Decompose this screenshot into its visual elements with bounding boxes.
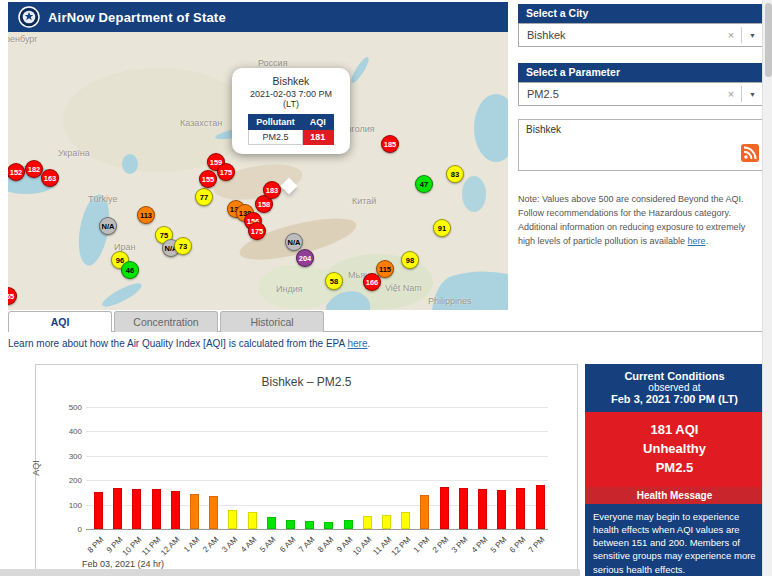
aqi-marker[interactable]: 204: [296, 249, 314, 267]
parameter-dropdown[interactable]: PM2.5 × ▼: [518, 82, 764, 106]
aqi-marker[interactable]: 98: [401, 251, 419, 269]
chart-bar[interactable]: [516, 488, 525, 529]
epa-link[interactable]: here: [347, 338, 367, 349]
aqi-chart-panel: Bishkek – PM2.5 AQI Feb 03, 2021 (24 hr)…: [35, 364, 578, 575]
aqi-marker[interactable]: 77: [195, 188, 213, 206]
y-axis-tick: 400: [50, 427, 82, 436]
aqi-map[interactable]: ОренбургКазахстанРоссияМонголияУкраїнаTü…: [8, 32, 508, 310]
chart-bar[interactable]: [440, 487, 449, 529]
aqi-level: Unhealthy: [589, 440, 760, 459]
aqi-marker[interactable]: 73: [174, 237, 192, 255]
parameter-dropdown-value: PM2.5: [527, 88, 721, 100]
map-country-label: Оренбург: [8, 34, 38, 44]
chart-bar[interactable]: [209, 496, 218, 529]
aqi-marker[interactable]: 47: [415, 175, 433, 193]
chart-bar[interactable]: [132, 489, 141, 529]
chart-gridline: [86, 431, 548, 432]
current-conditions-panel: Current Conditions observed at Feb 3, 20…: [585, 364, 764, 576]
y-axis-tick: 0: [50, 525, 82, 534]
state-department-seal-icon: [18, 6, 40, 28]
chart-gridline: [86, 480, 548, 481]
map-country-label: Việt Nam: [385, 283, 422, 293]
tab-concentration[interactable]: Concentration: [114, 311, 218, 332]
aqi-marker[interactable]: 155: [199, 170, 217, 188]
chart-bar[interactable]: [228, 510, 237, 529]
aqi-marker[interactable]: 183: [263, 181, 281, 199]
chart-bar[interactable]: [382, 515, 391, 529]
city-clear-icon[interactable]: ×: [721, 29, 741, 41]
chart-baseline: [86, 529, 548, 530]
y-axis-tick: 100: [50, 501, 82, 510]
popup-col-aqi: AQI: [302, 115, 333, 130]
chart-bar[interactable]: [113, 488, 122, 529]
chart-bar[interactable]: [324, 522, 333, 529]
chart-bar[interactable]: [497, 490, 506, 529]
aqi-value: 181 AQI: [589, 421, 760, 440]
map-country-label: Индия: [276, 284, 303, 294]
aqi-marker[interactable]: 175: [248, 222, 266, 240]
chart-bar[interactable]: [536, 485, 545, 529]
tab-aqi[interactable]: AQI: [8, 311, 112, 332]
chart-bar[interactable]: [171, 491, 180, 529]
vertical-scrollbar[interactable]: [762, 0, 772, 576]
popup-pollutant-value: PM2.5: [249, 130, 303, 145]
aqi-marker[interactable]: 163: [41, 169, 59, 187]
health-message-header: Health Message: [585, 487, 764, 504]
aqi-marker[interactable]: 185: [381, 135, 399, 153]
chart-bar[interactable]: [305, 521, 314, 529]
tab-historical[interactable]: Historical: [220, 311, 324, 332]
rss-feed-box: Bishkek: [518, 119, 764, 171]
aqi-marker[interactable]: 46: [121, 261, 139, 279]
map-country-label: Türkiye: [88, 194, 118, 204]
chart-bar[interactable]: [190, 494, 199, 529]
chart-bar[interactable]: [478, 489, 487, 529]
map-country-label: Казахстан: [180, 118, 222, 128]
parameter-clear-icon[interactable]: ×: [721, 88, 741, 100]
chart-bar[interactable]: [248, 512, 257, 529]
page-title: AirNow Department of State: [48, 10, 226, 25]
chevron-down-icon[interactable]: ▼: [742, 91, 763, 98]
aqi-marker[interactable]: 166: [363, 273, 381, 291]
chart-bar[interactable]: [420, 495, 429, 529]
chart-title: Bishkek – PM2.5: [36, 375, 577, 389]
aqi-marker[interactable]: 58: [325, 272, 343, 290]
rss-icon[interactable]: [741, 144, 759, 166]
popup-city: Bishkek: [237, 75, 345, 87]
popup-aqi-value: 181: [302, 130, 333, 145]
chart-bar[interactable]: [344, 520, 353, 529]
learn-more-suffix: .: [367, 338, 370, 349]
chart-bar[interactable]: [152, 489, 161, 529]
conditions-header: Current Conditions observed at Feb 3, 20…: [585, 364, 764, 412]
popup-col-pollutant: Pollutant: [249, 115, 303, 130]
chevron-down-icon[interactable]: ▼: [742, 32, 763, 39]
city-dropdown[interactable]: Bishkek × ▼: [518, 23, 764, 47]
map-popup[interactable]: Bishkek 2021-02-03 7:00 PM (LT) Pollutan…: [232, 68, 350, 154]
chart-bar[interactable]: [94, 492, 103, 529]
map-country-label: Китай: [352, 196, 376, 206]
health-message-text: Everyone may begin to experience health …: [585, 504, 764, 576]
aqi-marker[interactable]: 175: [217, 163, 235, 181]
aqi-marker[interactable]: N/A: [99, 217, 117, 235]
note-text: Note: Values above 500 are considered Be…: [518, 194, 745, 246]
aqi-marker[interactable]: 91: [433, 219, 451, 237]
note-here-link[interactable]: here: [688, 236, 706, 246]
learn-more-text: Learn more about how the Air Quality Ind…: [8, 338, 370, 349]
aqi-marker[interactable]: 83: [446, 165, 464, 183]
aqi-marker[interactable]: 113: [137, 206, 155, 224]
chart-bar[interactable]: [286, 520, 295, 529]
chart-y-axis-label: AQI: [31, 460, 41, 476]
popup-datetime: 2021-02-03 7:00 PM: [237, 89, 345, 99]
page-bottom-strip: [0, 569, 580, 576]
aqi-marker[interactable]: N/A: [285, 233, 303, 251]
select-parameter-header: Select a Parameter: [518, 63, 764, 82]
y-axis-tick: 500: [50, 403, 82, 412]
chart-bar[interactable]: [363, 516, 372, 529]
note-suffix: .: [706, 236, 709, 246]
scrollbar-thumb[interactable]: [765, 3, 772, 77]
rss-city-label: Bishkek: [519, 120, 763, 139]
chart-bar[interactable]: [401, 512, 410, 529]
app-header: AirNow Department of State: [8, 2, 508, 32]
conditions-title: Current Conditions: [589, 370, 760, 382]
chart-bar[interactable]: [459, 488, 468, 529]
chart-bar[interactable]: [267, 517, 276, 529]
